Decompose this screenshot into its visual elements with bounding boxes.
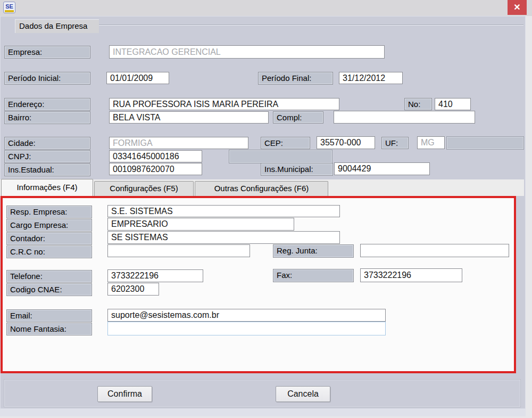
se-logo-yellow-bar [5, 10, 14, 12]
empresa-input[interactable] [109, 45, 385, 59]
periodo-final-input[interactable] [339, 72, 403, 84]
compl-input[interactable] [334, 111, 475, 124]
tab-informacoes-f4[interactable]: Informações (F4) [1, 179, 93, 196]
telefone-input[interactable] [107, 269, 203, 282]
codigo-cnae-label: Codigo CNAE: [6, 283, 92, 296]
periodo-inicial-input[interactable] [106, 72, 169, 84]
endereco-label: Endereço: [4, 98, 90, 111]
periodo-final-label: Período Final: [258, 72, 333, 85]
cnpj-input[interactable] [109, 150, 202, 162]
uf-label: UF: [381, 137, 409, 149]
cnpj-label: CNPJ: [4, 150, 90, 163]
fax-input[interactable] [360, 268, 462, 282]
buttons-panel [4, 379, 521, 407]
dados-da-empresa-window: { "window": { "app_icon_text": "SE", "cl… [0, 0, 532, 418]
codigo-cnae-input[interactable] [107, 283, 159, 296]
nome-fantasia-label: Nome Fantasia: [6, 323, 92, 335]
no-label: No: [404, 98, 432, 110]
se-logo-text: SE [5, 3, 13, 10]
nome-fantasia-input[interactable] [107, 322, 386, 335]
cep-input[interactable] [317, 136, 375, 149]
cidade-label: Cidade: [4, 137, 90, 150]
periodo-inicial-label: Período Inicial: [4, 72, 90, 85]
contador-input[interactable] [107, 231, 340, 244]
uf-extra-box [446, 136, 524, 150]
close-button[interactable]: ✕ [508, 0, 527, 15]
ins-estadual-input[interactable] [109, 163, 202, 175]
cancela-button[interactable]: Cancela [276, 386, 330, 402]
title-bar: SE ✕ [0, 0, 532, 16]
email-input[interactable] [107, 309, 386, 322]
crc-no-input[interactable] [107, 244, 250, 257]
compl-label: Compl: [273, 111, 323, 124]
group-title: Dados da Empresa [15, 19, 99, 33]
cargo-empresa-label: Cargo Empresa: [6, 219, 92, 232]
contador-label: Contador: [6, 232, 92, 245]
empresa-label: Empresa: [4, 46, 90, 59]
tab-outras-configuracoes-f6[interactable]: Outras Configurações (F6) [195, 181, 328, 196]
uf-input[interactable] [417, 136, 445, 149]
reg-junta-label: Reg. Junta: [273, 244, 354, 258]
reg-junta-input[interactable] [360, 244, 509, 257]
bairro-input[interactable] [109, 111, 269, 124]
group-box-line [99, 24, 523, 26]
cnpj-extra-box [229, 150, 332, 163]
no-input[interactable] [435, 98, 471, 110]
telefone-label: Telefone: [6, 270, 92, 283]
ins-municipal-input[interactable] [334, 162, 430, 175]
resp-empresa-input[interactable] [107, 205, 340, 217]
email-label: Email: [6, 309, 92, 322]
endereco-input[interactable] [109, 98, 339, 110]
resp-empresa-label: Resp. Empresa: [6, 206, 92, 218]
tab-configuracoes-f5[interactable]: Configurações (F5) [94, 181, 194, 196]
bairro-label: Bairro: [4, 111, 90, 124]
cargo-empresa-input[interactable] [107, 218, 294, 231]
crc-no-label: C.R.C no: [6, 245, 92, 258]
ins-municipal-label: Ins.Municipal: [261, 163, 333, 176]
cidade-input[interactable] [109, 137, 248, 149]
cep-label: CEP: [261, 137, 310, 149]
fax-label: Fax: [273, 269, 354, 282]
window-bottom-strip [0, 409, 526, 416]
se-logo-icon: SE [3, 2, 15, 13]
ins-estadual-label: Ins.Estadual: [4, 163, 90, 176]
confirma-button[interactable]: Confirma [97, 386, 152, 402]
